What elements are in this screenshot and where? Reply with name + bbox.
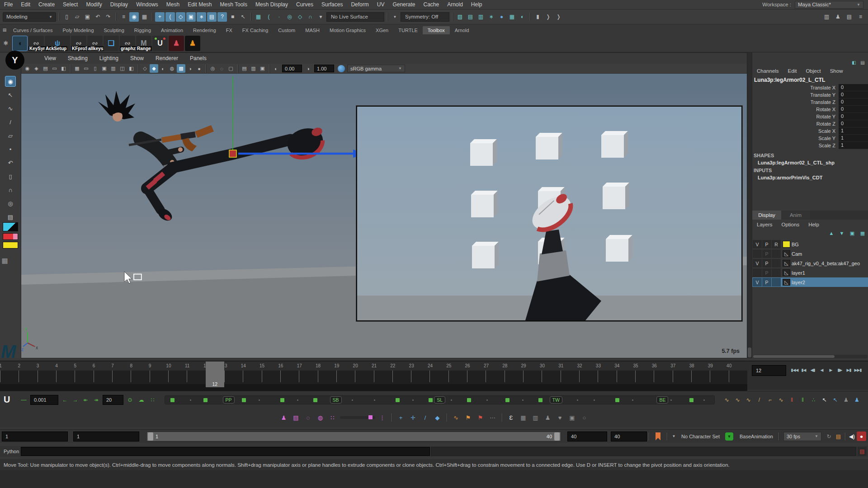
viewport-scrollbar[interactable] bbox=[747, 52, 752, 358]
menu-mesh[interactable]: Mesh bbox=[162, 0, 184, 9]
timeline-frame-28[interactable]: 28 bbox=[505, 371, 523, 382]
shelf-item-orange-character[interactable]: ♟ bbox=[185, 36, 200, 51]
shelf-tab-xgen[interactable]: XGen bbox=[371, 26, 393, 34]
layer-visibility-toggle[interactable]: V bbox=[753, 278, 762, 286]
timeline-frame-39[interactable]: 39 bbox=[710, 371, 728, 382]
curve-orange-icon[interactable]: ∿ bbox=[451, 413, 461, 422]
chain-ring-icon[interactable]: ◍ bbox=[316, 413, 326, 422]
power-icon[interactable]: ⊙ bbox=[125, 395, 135, 404]
layer-name[interactable]: Cam bbox=[790, 251, 802, 257]
animation-end-field[interactable]: 40 bbox=[611, 432, 647, 441]
contrast-icon[interactable]: ◑ bbox=[304, 64, 312, 73]
view-transform-dropdown[interactable]: sRGB gamma ▼ bbox=[347, 65, 405, 72]
snap-to-grids-icon[interactable]: ▦ bbox=[254, 12, 263, 22]
channel-label[interactable]: Translate X bbox=[752, 84, 839, 91]
menu-select[interactable]: Select bbox=[59, 0, 82, 9]
track-key-square[interactable] bbox=[538, 398, 542, 402]
layer-swatch[interactable]: ◺ bbox=[783, 260, 790, 267]
channel-value-field[interactable]: 0 bbox=[839, 84, 868, 91]
layer-row[interactable]: P◺Cam bbox=[752, 249, 868, 258]
select-cursor-tool-icon[interactable]: ↖ bbox=[5, 89, 16, 100]
timeline-frame-36[interactable]: 36 bbox=[654, 371, 672, 382]
timeline-frame-7[interactable]: 7 bbox=[112, 371, 131, 382]
ease-out-curve-icon[interactable]: ∿ bbox=[744, 395, 753, 404]
character-controls-icon[interactable]: ♟ bbox=[833, 12, 843, 22]
viewport-menu-renderer[interactable]: Renderer bbox=[150, 55, 184, 61]
joint-xray-icon[interactable]: ▢ bbox=[226, 64, 235, 73]
red-key-ticks-icon[interactable]: ‖ bbox=[787, 395, 797, 404]
new-empty-layer-icon[interactable]: ▣ bbox=[849, 230, 856, 237]
menu-edit-mesh[interactable]: Edit Mesh bbox=[184, 0, 216, 9]
snap-view-planes-icon[interactable]: ◇ bbox=[295, 12, 305, 22]
timeline-frame-5[interactable]: 5 bbox=[75, 371, 93, 382]
step-back-key-button[interactable]: ◀▮ bbox=[808, 364, 817, 376]
timeline-frame-8[interactable]: 8 bbox=[131, 371, 149, 382]
minus-icon[interactable]: — bbox=[19, 395, 28, 404]
character-ghost-icon[interactable]: ♟ bbox=[841, 395, 851, 404]
ease-in-curve-icon[interactable]: ∿ bbox=[733, 395, 742, 404]
diamond-blue-icon[interactable]: ◆ bbox=[433, 413, 443, 422]
input-node-name[interactable]: Luna3p:armorPrimVis_CDT bbox=[758, 175, 822, 180]
eraser-tool-icon[interactable]: ▱ bbox=[5, 130, 16, 141]
go-to-start-button[interactable]: ▮◀◀ bbox=[790, 364, 799, 376]
new-layer-selected-icon[interactable]: ▦ bbox=[859, 230, 866, 237]
scrollbar-handle[interactable] bbox=[748, 347, 751, 357]
menu-file[interactable]: File bbox=[0, 0, 17, 9]
layer-menu-options[interactable]: Options bbox=[777, 220, 804, 229]
shelf-item-selected-tool[interactable]: ◖ bbox=[12, 36, 28, 51]
image-plane-icon[interactable]: ◧ bbox=[59, 64, 68, 73]
render-sequence-icon[interactable]: ▦ bbox=[507, 12, 517, 22]
axis-blue-icon[interactable]: ✛ bbox=[408, 413, 418, 422]
animbot-logo-icon[interactable]: Ɛ bbox=[506, 413, 516, 422]
layer-name[interactable]: layer2 bbox=[790, 280, 805, 285]
move-layer-down-icon[interactable]: ▼ bbox=[838, 230, 845, 237]
symmetry-field[interactable]: Symmetry: Off bbox=[401, 12, 449, 22]
red-color-swatch[interactable] bbox=[3, 233, 18, 240]
render-view-icon[interactable]: ▧ bbox=[455, 12, 465, 22]
menu-modify[interactable]: Modify bbox=[82, 0, 106, 9]
grid-small-icon[interactable]: ▦ bbox=[519, 413, 528, 422]
grid-display-icon[interactable]: ▦ bbox=[73, 64, 81, 73]
channel-box-menu-object[interactable]: Object bbox=[801, 66, 825, 75]
expand-left-icon[interactable]: ❭ bbox=[543, 12, 553, 22]
channel-label[interactable]: Scale Z bbox=[752, 142, 839, 149]
smooth-shade-icon[interactable]: ◆ bbox=[150, 64, 158, 73]
cube-icon[interactable]: ▣ bbox=[567, 413, 577, 422]
wireframe-icon[interactable]: ◇ bbox=[141, 64, 149, 73]
current-time-field[interactable]: 12 bbox=[752, 365, 786, 376]
flag-red-icon[interactable]: ⚑ bbox=[476, 413, 486, 422]
timeline-frame-22[interactable]: 22 bbox=[392, 371, 411, 382]
gear-icon[interactable]: ✱ bbox=[0, 40, 12, 47]
shelf-item-kfpros[interactable]: ∾KFproS bbox=[71, 36, 86, 51]
timeline-frame-34[interactable]: 34 bbox=[617, 371, 635, 382]
layer-reference-toggle[interactable] bbox=[772, 259, 781, 267]
speed-field[interactable]: 0.001 bbox=[30, 395, 58, 405]
menu-help[interactable]: Help bbox=[467, 0, 486, 9]
lock-selection-icon[interactable]: ■ bbox=[228, 12, 237, 22]
auto-key-icon[interactable]: ● bbox=[857, 432, 866, 441]
mask-deformations-icon[interactable]: ▣ bbox=[186, 12, 196, 22]
flat-shade-icon[interactable]: ◐ bbox=[159, 64, 167, 73]
cloud-icon[interactable]: ☁ bbox=[137, 395, 146, 404]
grid-dots-icon[interactable]: ∷ bbox=[148, 395, 157, 404]
channel-value-field[interactable]: 0 bbox=[839, 99, 868, 106]
menu-arnold[interactable]: Arnold bbox=[443, 0, 467, 9]
bookmark-icon[interactable] bbox=[656, 432, 660, 441]
step-forward-key-button[interactable]: ▮▶ bbox=[835, 364, 844, 376]
timeline-frame-25[interactable]: 25 bbox=[448, 371, 467, 382]
channel-label[interactable]: Scale Y bbox=[752, 135, 839, 142]
channel-value-field[interactable]: 1 bbox=[839, 142, 868, 149]
layer-menu-layers[interactable]: Layers bbox=[752, 220, 777, 229]
viewport-menu-panels[interactable]: Panels bbox=[184, 55, 212, 61]
viewport-canvas[interactable]: y x z bbox=[21, 74, 747, 358]
clipboard-icon[interactable]: ▤ bbox=[5, 211, 16, 222]
track-key-square[interactable] bbox=[280, 398, 284, 402]
timeline-frame-24[interactable]: 24 bbox=[429, 371, 448, 382]
menu-mesh-tools[interactable]: Mesh Tools bbox=[216, 0, 251, 9]
timeline-frame-31[interactable]: 31 bbox=[561, 371, 579, 382]
select-hierarchy-icon[interactable]: ≡ bbox=[119, 12, 128, 22]
shelf-tab-fx-caching[interactable]: FX Caching bbox=[237, 26, 273, 34]
snap-to-curves-icon[interactable]: ( bbox=[264, 12, 274, 22]
gate-mask-icon[interactable]: ▣ bbox=[100, 64, 108, 73]
channel-box-menu-channels[interactable]: Channels bbox=[752, 66, 783, 75]
